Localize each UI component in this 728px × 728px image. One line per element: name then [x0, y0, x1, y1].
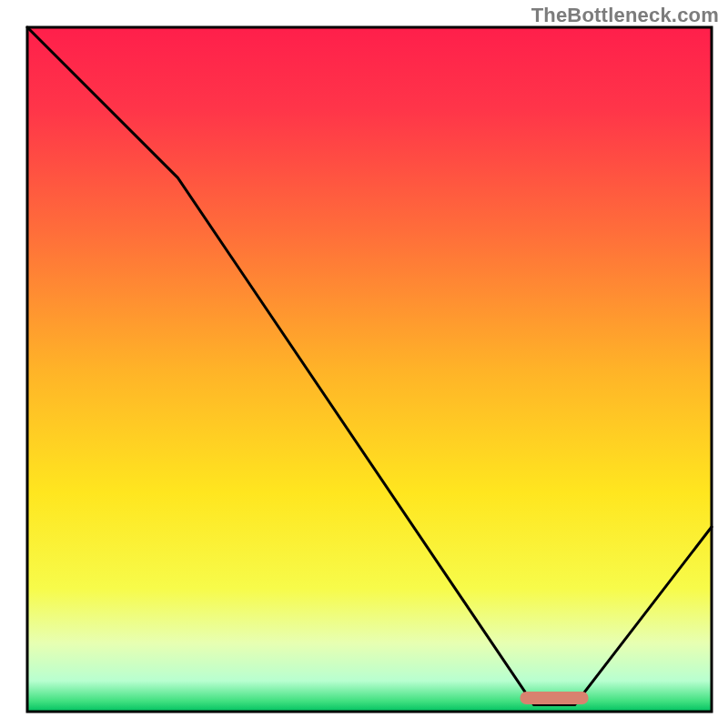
- chart-container: TheBottleneck.com: [0, 0, 728, 728]
- bottleneck-chart: [0, 0, 728, 728]
- attribution-label: TheBottleneck.com: [531, 4, 719, 27]
- optimal-range-marker: [520, 692, 588, 704]
